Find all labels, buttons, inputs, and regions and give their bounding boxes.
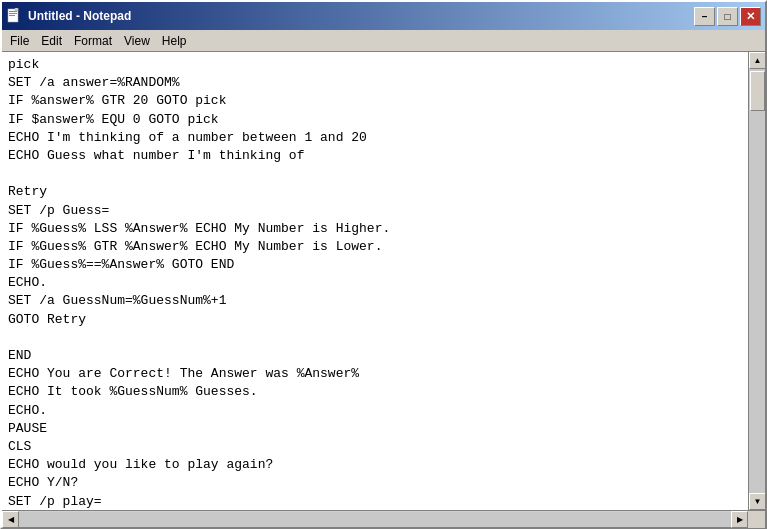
menu-view[interactable]: View [118, 32, 156, 50]
window-controls: – □ ✕ [694, 7, 761, 26]
maximize-button[interactable]: □ [717, 7, 738, 26]
svg-rect-3 [9, 15, 15, 16]
minimize-button[interactable]: – [694, 7, 715, 26]
title-bar-left: Untitled - Notepad [6, 8, 131, 24]
scroll-left-button[interactable]: ◀ [2, 511, 19, 528]
menu-file[interactable]: File [4, 32, 35, 50]
text-editor[interactable]: pick SET /a answer=%RANDOM% IF %answer% … [2, 52, 748, 510]
editor-area: pick SET /a answer=%RANDOM% IF %answer% … [2, 52, 765, 510]
menu-edit[interactable]: Edit [35, 32, 68, 50]
horizontal-scrollbar: ◀ ▶ [2, 511, 748, 527]
menu-format[interactable]: Format [68, 32, 118, 50]
menu-help[interactable]: Help [156, 32, 193, 50]
scrollbar-corner [748, 511, 765, 528]
vertical-scrollbar: ▲ ▼ [748, 52, 765, 510]
svg-rect-4 [15, 8, 18, 11]
window-title: Untitled - Notepad [28, 9, 131, 23]
bottom-bar: ◀ ▶ [2, 510, 765, 527]
scroll-thumb-vertical[interactable] [750, 71, 765, 111]
scroll-down-button[interactable]: ▼ [749, 493, 765, 510]
notepad-icon [6, 8, 22, 24]
svg-rect-2 [9, 13, 17, 14]
scroll-up-button[interactable]: ▲ [749, 52, 765, 69]
title-bar: Untitled - Notepad – □ ✕ [2, 2, 765, 30]
notepad-window: Untitled - Notepad – □ ✕ File Edit Forma… [0, 0, 767, 529]
close-button[interactable]: ✕ [740, 7, 761, 26]
menu-bar: File Edit Format View Help [2, 30, 765, 52]
scroll-right-button[interactable]: ▶ [731, 511, 748, 528]
scroll-track-horizontal[interactable] [19, 512, 731, 527]
scroll-track-vertical[interactable] [749, 69, 765, 493]
